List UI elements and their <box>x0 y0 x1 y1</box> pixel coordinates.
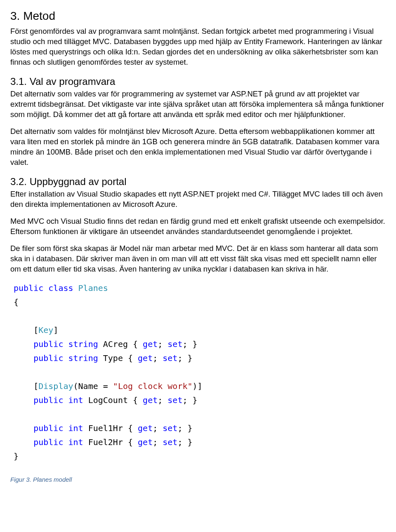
paragraph-mvc: Med MVC och Visual Studio finns det reda… <box>10 216 386 237</box>
paragraph-install: Efter installation av Visual Studio skap… <box>10 189 386 210</box>
paragraph-azure: Det alternativ som valdes för molntjänst… <box>10 127 386 168</box>
paragraph-model: De filer som först ska skapas är Model n… <box>10 244 386 274</box>
paragraph-aspnet: Det alternativ som valdes var för progra… <box>10 89 386 120</box>
paragraph-intro: Först genomfördes val av programvara sam… <box>10 26 386 68</box>
heading-metod: 3. Metod <box>10 8 386 24</box>
heading-val-av-programvara: 3.1. Val av programvara <box>10 75 386 88</box>
code-planes-class: public class Planes { [Key] public strin… <box>14 281 386 463</box>
figure-caption: Figur 3. Planes modell <box>10 476 386 484</box>
heading-uppbyggnad: 3.2. Uppbyggnad av portal <box>10 175 386 188</box>
